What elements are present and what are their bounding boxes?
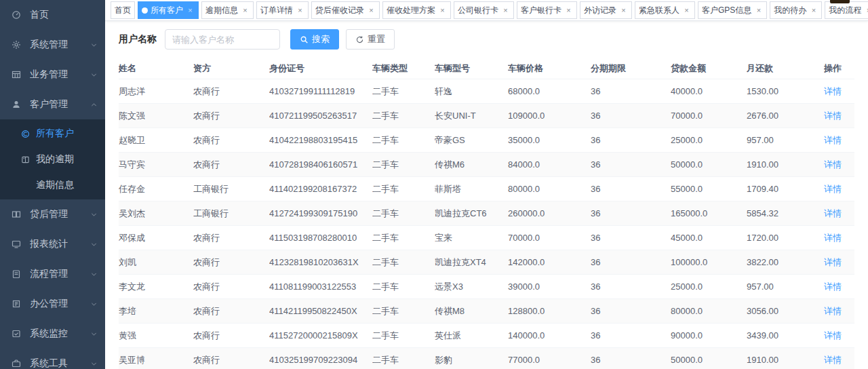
tab-item[interactable]: 订单详情× — [256, 1, 309, 19]
table-cell: 轩逸 — [435, 79, 508, 104]
detail-link[interactable]: 详情 — [824, 306, 842, 316]
table-cell: 二手车 — [372, 79, 435, 104]
sidebar-item[interactable]: 报表统计 — [0, 229, 105, 259]
tab-item[interactable]: 客户GPS信息× — [698, 1, 767, 19]
tab-close-icon[interactable]: × — [501, 6, 510, 15]
sidebar-item[interactable]: 流程管理 — [0, 259, 105, 289]
tab-close-icon[interactable]: × — [619, 6, 628, 15]
search-button-label: 搜索 — [312, 33, 330, 45]
tab-close-icon[interactable]: × — [438, 6, 447, 15]
sidebar-item[interactable]: 客户管理 — [0, 90, 105, 119]
sidebar-item[interactable]: 系统监控 — [0, 319, 105, 349]
table-cell: 128800.0 — [508, 299, 591, 324]
tabs-bar: 首页所有客户×逾期信息×订单详情×贷后催收记录×催收处理方案×公司银行卡×客户银… — [105, 0, 868, 21]
table-cell: 任存金 — [119, 177, 193, 201]
detail-link[interactable]: 详情 — [824, 86, 842, 96]
chevron-down-icon — [90, 210, 98, 218]
copyright-icon — [20, 129, 30, 138]
table-cell: 二手车 — [372, 299, 435, 324]
sidebar-subitem[interactable]: 逾期信息 — [0, 172, 105, 198]
sidebar-item-label: 办公管理 — [30, 298, 90, 310]
table-cell: 李文龙 — [119, 275, 193, 299]
tab-item[interactable]: 首页 — [111, 1, 135, 19]
tab-close-icon[interactable]: × — [809, 6, 818, 15]
detail-link[interactable]: 详情 — [824, 135, 842, 145]
detail-link[interactable]: 详情 — [824, 111, 842, 121]
table-cell: 陈文强 — [119, 104, 193, 128]
sidebar-item-label: 业务管理 — [30, 69, 90, 81]
table-cell: 412724199309175190 — [269, 201, 372, 226]
tab-item[interactable]: 我的待办× — [770, 1, 822, 19]
table-cell: 36 — [591, 275, 671, 299]
tab-close-icon[interactable]: × — [241, 6, 250, 15]
detail-link[interactable]: 详情 — [824, 355, 842, 365]
column-header: 月还款 — [747, 58, 824, 79]
tab-item[interactable]: 我的流程× — [825, 1, 868, 19]
detail-link[interactable]: 详情 — [824, 257, 842, 267]
tab-item[interactable]: 所有客户× — [138, 1, 199, 19]
table-cell: 39000.0 — [508, 275, 591, 299]
reset-button[interactable]: 重置 — [346, 29, 395, 50]
refresh-icon — [355, 35, 364, 44]
sidebar-item[interactable]: 办公管理 — [0, 289, 105, 319]
sidebar-item[interactable]: 首页 — [0, 0, 105, 30]
sidebar-item[interactable]: 贷后管理 — [0, 199, 105, 229]
tab-item[interactable]: 催收处理方案× — [382, 1, 451, 19]
table-cell: 41152720000215809X — [269, 324, 372, 348]
sidebar-item-label: 客户管理 — [30, 98, 90, 111]
tab-item[interactable]: 公司银行卡× — [454, 1, 514, 19]
tab-close-icon[interactable]: × — [564, 6, 573, 15]
tab-close-icon[interactable]: × — [186, 6, 195, 15]
table-cell: 410721199505263517 — [269, 104, 372, 128]
sidebar-subitem[interactable]: 所有客户 — [0, 121, 105, 147]
table-cell: 100000.0 — [671, 250, 747, 275]
tab-item[interactable]: 外访记录× — [580, 1, 632, 19]
icon-spacer — [20, 180, 30, 190]
table-cell: 二手车 — [372, 177, 435, 201]
sidebar-item[interactable]: 业务管理 — [0, 60, 105, 90]
table-cell: 5854.32 — [747, 201, 824, 226]
customer-name-input[interactable] — [165, 29, 280, 50]
table-cell: 吴刘杰 — [119, 201, 193, 226]
table-cell: 传祺M6 — [435, 153, 508, 177]
table-cell: 二手车 — [372, 226, 435, 250]
tab-label: 订单详情 — [260, 6, 293, 14]
search-button[interactable]: 搜索 — [290, 29, 339, 50]
table-cell: 957.00 — [747, 128, 824, 153]
tab-item[interactable]: 贷后催收记录× — [311, 1, 380, 19]
table-row: 马守宾农商行410728198406160571二手车传祺M684000.036… — [119, 153, 854, 177]
customer-icon — [11, 99, 22, 110]
detail-link[interactable]: 详情 — [824, 233, 842, 243]
table-cell: 140000.0 — [508, 324, 591, 348]
tab-label: 客户银行卡 — [521, 6, 561, 14]
table-cell: 36 — [591, 79, 671, 104]
tab-label: 我的流程 — [829, 6, 861, 14]
tab-close-icon[interactable]: × — [296, 6, 304, 15]
detail-link[interactable]: 详情 — [824, 208, 842, 218]
detail-link[interactable]: 详情 — [824, 330, 842, 341]
tab-item[interactable]: 客户银行卡× — [517, 1, 577, 19]
sidebar-item-label: 首页 — [30, 9, 98, 21]
tab-item[interactable]: 紧急联系人× — [635, 1, 695, 19]
tab-item[interactable]: 逾期信息× — [201, 1, 254, 19]
table-cell: 邓保成 — [119, 226, 193, 250]
detail-link[interactable]: 详情 — [824, 159, 842, 170]
sidebar-item[interactable]: 系统管理 — [0, 30, 105, 60]
table-cell: 25000.0 — [671, 275, 747, 299]
table-cell: 吴亚博 — [119, 348, 193, 369]
table-cell: 36 — [591, 250, 671, 275]
report-icon — [11, 239, 22, 250]
column-header: 车辆价格 — [508, 58, 591, 79]
tab-close-icon[interactable]: × — [367, 6, 376, 15]
sidebar-subitem[interactable]: 我的逾期 — [0, 147, 105, 172]
table-cell: 1720.00 — [747, 226, 824, 250]
tab-close-icon[interactable]: × — [754, 6, 763, 15]
tab-close-icon[interactable]: × — [864, 6, 868, 15]
tab-close-icon[interactable]: × — [682, 6, 691, 15]
sidebar-item[interactable]: 系统工具 — [0, 349, 105, 369]
business-icon — [11, 69, 22, 80]
table-cell: 165000.0 — [671, 201, 747, 226]
detail-link[interactable]: 详情 — [824, 184, 842, 194]
detail-link[interactable]: 详情 — [824, 281, 842, 292]
table-cell: 142000.0 — [508, 250, 591, 275]
